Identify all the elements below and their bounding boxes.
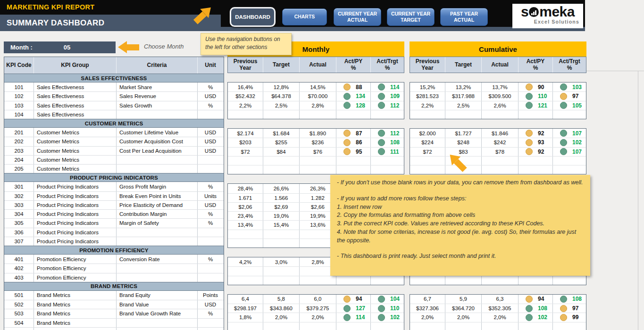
past-year-actual-button[interactable]: PAST YEAR ACTUAL [440,8,488,26]
value-cell[interactable]: $203 [228,138,263,147]
ratio-cell[interactable]: 97 [553,92,585,100]
unit-cell[interactable] [198,156,223,164]
ratio-cell[interactable] [336,276,371,285]
value-cell[interactable]: $248 [445,138,482,147]
value-cell[interactable]: 12,8% [263,82,300,91]
criteria-cell[interactable]: Brand Value [117,300,198,309]
value-cell[interactable]: 2,0% [410,313,445,322]
criteria-cell[interactable] [117,319,198,327]
value-cell[interactable] [482,322,519,330]
charts-button[interactable]: CHARTS [282,8,327,25]
value-cell[interactable] [263,157,300,165]
ratio-cell[interactable] [371,165,403,174]
ratio-cell[interactable]: 111 [371,148,403,156]
ratio-cell[interactable]: 103 [553,82,585,91]
value-cell[interactable] [228,165,263,174]
value-cell[interactable]: $2.000 [410,129,445,138]
unit-cell[interactable]: % [198,101,223,110]
kpi-code-cell[interactable]: 204 [4,156,34,164]
ratio-cell[interactable]: 87 [336,129,371,138]
value-cell[interactable] [263,110,300,119]
kpi-group-cell[interactable]: Customer Metrics [34,156,117,164]
value-cell[interactable] [263,322,300,330]
ratio-cell[interactable]: 112 [371,129,403,138]
kpi-code-cell[interactable]: 306 [4,228,34,237]
value-cell[interactable]: 28,4% [228,184,263,193]
ratio-cell[interactable]: 107 [553,148,585,156]
value-cell[interactable]: 2,0% [263,313,300,322]
current-year-target-button[interactable]: CURRENT YEAR TARGET [387,8,435,26]
kpi-code-cell[interactable]: 103 [4,101,34,110]
ratio-cell[interactable] [371,322,403,330]
unit-cell[interactable]: % [198,255,223,264]
ratio-cell[interactable]: 97 [553,304,585,313]
kpi-group-cell[interactable]: Brand Metrics [34,291,117,300]
ratio-cell[interactable]: 102 [519,313,553,322]
kpi-group-cell[interactable]: Product Pricing Indicators [34,228,117,237]
ratio-cell[interactable]: 134 [336,92,371,100]
value-cell[interactable] [228,239,263,248]
ratio-cell[interactable]: 109 [371,92,403,100]
value-cell[interactable]: $364.720 [445,304,482,313]
kpi-code-cell[interactable]: 202 [4,137,34,146]
kpi-group-cell[interactable]: Product Pricing Indicators [34,182,117,191]
unit-cell[interactable] [198,165,223,173]
value-cell[interactable]: $2,69 [263,203,300,211]
unit-cell[interactable]: USD [198,201,223,209]
unit-cell[interactable] [198,273,223,282]
criteria-cell[interactable]: Customer Lifetime Value [117,128,198,137]
value-cell[interactable]: 2,5% [445,101,482,110]
criteria-cell[interactable]: Price Elasticity of Demand [117,201,198,209]
kpi-code-cell[interactable]: 104 [4,110,34,119]
value-cell[interactable]: 6,4 [228,295,263,304]
ratio-cell[interactable] [371,157,403,165]
kpi-code-cell[interactable]: 402 [4,264,34,272]
kpi-group-cell[interactable]: Sales Effectiveness [34,101,117,110]
ratio-cell[interactable]: 99 [553,313,585,322]
value-cell[interactable]: $1.846 [482,129,519,138]
ratio-cell[interactable]: 112 [371,101,403,110]
kpi-group-cell[interactable]: Sales Effectiveness [34,92,117,100]
unit-cell[interactable]: Points [198,291,223,300]
kpi-code-cell[interactable]: 501 [4,291,34,300]
value-cell[interactable]: $281.523 [410,92,445,100]
value-cell[interactable]: 16,4% [228,82,263,91]
unit-cell[interactable] [198,110,223,119]
value-cell[interactable]: 5,8 [263,295,300,304]
ratio-cell[interactable]: 108 [519,304,553,313]
ratio-cell[interactable] [371,276,403,285]
kpi-group-cell[interactable]: Customer Metrics [34,128,117,137]
kpi-code-cell[interactable]: 505 [4,328,34,330]
criteria-cell[interactable] [117,156,198,164]
criteria-cell[interactable]: Brand Equity [117,291,198,300]
ratio-cell[interactable]: 95 [336,148,371,156]
value-cell[interactable]: 6,7 [410,295,445,304]
value-cell[interactable] [263,276,300,285]
ratio-cell[interactable] [553,110,585,119]
criteria-cell[interactable]: Cost Per Lead Acquisition [117,147,198,155]
value-cell[interactable]: 26,6% [263,184,300,193]
value-cell[interactable] [300,157,336,165]
value-cell[interactable] [228,322,263,330]
kpi-group-cell[interactable]: Customer Metrics [34,147,117,155]
unit-cell[interactable]: Units [198,192,223,200]
value-cell[interactable]: 3,0% [263,257,300,266]
ratio-cell[interactable]: 94 [519,295,553,304]
unit-cell[interactable]: USD [198,300,223,309]
unit-cell[interactable] [198,228,223,237]
value-cell[interactable]: 4,2% [228,257,263,266]
value-cell[interactable] [482,276,519,285]
value-cell[interactable]: $64.378 [263,92,300,100]
criteria-cell[interactable]: Margin of Safety [117,219,198,227]
criteria-cell[interactable] [117,328,198,330]
value-cell[interactable]: 2,0% [445,313,482,322]
unit-cell[interactable]: % [198,210,223,218]
ratio-cell[interactable]: 121 [519,101,553,110]
criteria-cell[interactable]: Market Share [117,82,198,91]
value-cell[interactable]: 15,4% [263,221,300,229]
ratio-cell[interactable]: 114 [371,82,403,91]
ratio-cell[interactable] [519,276,553,285]
ratio-cell[interactable]: 94 [336,295,371,304]
value-cell[interactable] [228,110,263,119]
value-cell[interactable]: 2,5% [263,101,300,110]
